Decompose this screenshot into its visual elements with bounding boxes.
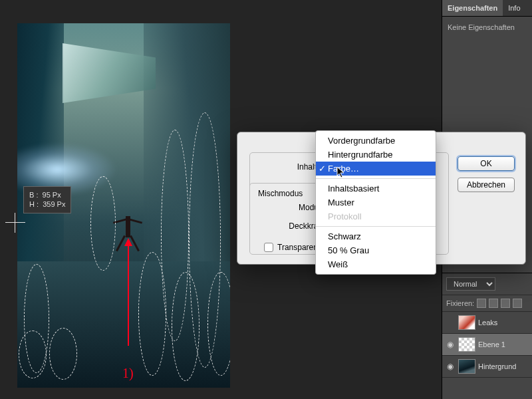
ok-button[interactable]: OK (458, 156, 515, 171)
dropdown-item-content-aware[interactable]: Inhaltsbasiert (316, 182, 436, 196)
dropdown-item-pattern[interactable]: Muster (316, 196, 436, 209)
eye-icon[interactable]: ◉ (445, 361, 456, 372)
size-tooltip: B : 95 Px H : 359 Px (23, 186, 71, 213)
tab-properties[interactable]: Eigenschaften (442, 0, 503, 16)
lock-transparent-icon[interactable] (477, 299, 486, 308)
height-label: H : (29, 200, 39, 208)
dropdown-item-background[interactable]: Hintergrundfarbe (316, 148, 436, 162)
layer-row-leaks[interactable]: Leaks (442, 312, 532, 334)
dropdown-item-white[interactable]: Weiß (316, 257, 436, 271)
layer-row-hintergrund[interactable]: ◉ Hintergrund (442, 356, 532, 378)
layer-row-ebene1[interactable]: ◉ Ebene 1 (442, 334, 532, 356)
lock-position-icon[interactable] (501, 299, 510, 308)
panel-tabs: Eigenschaften Info (442, 0, 532, 17)
dropdown-item-color[interactable]: Farbe… (316, 162, 436, 176)
layer-thumb (458, 315, 475, 330)
mode-label: Modus (249, 203, 323, 212)
dropdown-item-50gray[interactable]: 50 % Grau (316, 243, 436, 257)
dropdown-item-history: Protokoll (316, 209, 436, 223)
selection-ellipse (49, 328, 77, 380)
windows-light (63, 43, 156, 103)
layer-thumb (458, 359, 475, 374)
dropdown-item-foreground[interactable]: Vordergrundfarbe (316, 134, 436, 148)
width-value: 95 Px (43, 191, 61, 199)
layer-name: Ebene 1 (478, 340, 505, 348)
layer-name: Leaks (478, 319, 497, 327)
selection-ellipse (90, 176, 116, 271)
height-value: 359 Px (43, 200, 65, 208)
opacity-label: Deckkraft (249, 221, 323, 231)
cancel-button[interactable]: Abbrechen (458, 178, 515, 192)
blend-mode-select[interactable]: Normal (446, 277, 495, 291)
lock-row: Fixieren: (442, 295, 532, 312)
selection-ellipse (207, 272, 230, 376)
layer-thumb (458, 337, 475, 352)
selection-ellipse (19, 331, 47, 378)
tab-info[interactable]: Info (503, 0, 525, 16)
lock-label: Fixieren: (446, 299, 474, 307)
dropdown-item-black[interactable]: Schwarz (316, 229, 436, 243)
layers-panel: Normal Fixieren: Leaks ◉ Ebene 1 ◉ Hinte… (442, 273, 532, 399)
layer-name: Hintergrund (478, 362, 516, 370)
properties-body: Keine Eigenschaften (442, 17, 532, 38)
dropdown-separator (316, 226, 436, 227)
lock-pixels-icon[interactable] (489, 299, 498, 308)
eye-icon[interactable] (445, 317, 456, 328)
layers-top: Normal (442, 273, 532, 295)
dropdown-separator (316, 178, 436, 179)
annotation-arrow (128, 246, 129, 346)
transparent-checkbox[interactable] (264, 243, 273, 252)
content-dropdown[interactable]: Vordergrundfarbe Hintergrundfarbe Farbe…… (315, 130, 436, 275)
eye-icon[interactable]: ◉ (445, 339, 456, 350)
cursor-arrow-icon (336, 166, 346, 178)
content-label: Inhalt (257, 162, 322, 172)
annotation-one: 1) (122, 366, 134, 381)
width-label: B : (29, 191, 38, 199)
lock-all-icon[interactable] (513, 299, 522, 308)
